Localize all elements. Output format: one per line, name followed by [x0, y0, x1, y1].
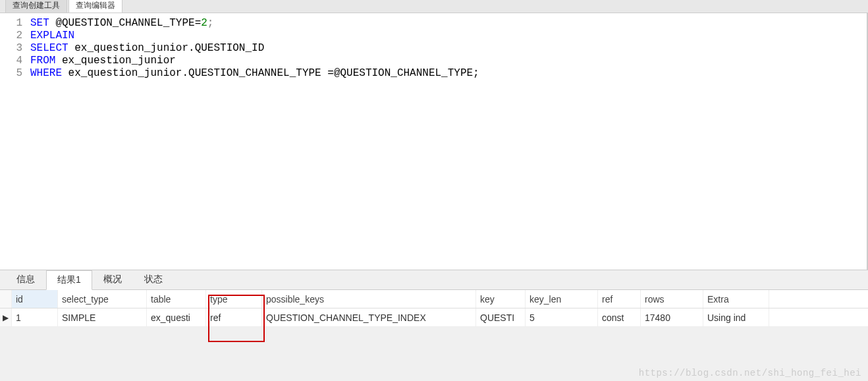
- code-content[interactable]: WHERE ex_question_junior.QUESTION_CHANNE…: [30, 67, 479, 80]
- tab-result1[interactable]: 结果1: [46, 270, 92, 290]
- watermark-text: https://blog.csdn.net/shi_hong_fei_hei: [639, 368, 861, 378]
- cell-type[interactable]: ref: [206, 308, 262, 326]
- result-tabs: 信息 结果1 概况 状态: [0, 270, 868, 290]
- code-line[interactable]: 1SET @QUESTION_CHANNEL_TYPE=2;: [0, 17, 867, 30]
- col-header-key-len[interactable]: key_len: [526, 290, 598, 308]
- code-line[interactable]: 4FROM ex_question_junior: [0, 55, 867, 67]
- code-content[interactable]: EXPLAIN: [30, 30, 74, 42]
- tab-info[interactable]: 信息: [5, 270, 46, 289]
- current-row-indicator-icon: ▶: [0, 308, 12, 326]
- col-header-table[interactable]: table: [147, 290, 206, 308]
- code-content[interactable]: SET @QUESTION_CHANNEL_TYPE=2;: [30, 17, 213, 30]
- cell-table[interactable]: ex_questi: [147, 308, 206, 326]
- code-content[interactable]: SELECT ex_question_junior.QUESTION_ID: [30, 42, 264, 55]
- cell-key-len[interactable]: 5: [526, 308, 598, 326]
- result-grid: id select_type table type possible_keys …: [0, 290, 868, 327]
- line-number: 3: [0, 42, 30, 55]
- cell-id[interactable]: 1: [12, 308, 58, 326]
- sql-editor[interactable]: 1SET @QUESTION_CHANNEL_TYPE=2;2EXPLAIN3S…: [0, 13, 868, 270]
- row-indicator-header: [0, 290, 12, 308]
- tab-profile[interactable]: 概况: [92, 270, 133, 289]
- col-header-select-type[interactable]: select_type: [58, 290, 147, 308]
- line-number: 5: [0, 67, 30, 80]
- col-header-key[interactable]: key: [476, 290, 526, 308]
- cell-ref[interactable]: const: [598, 308, 641, 326]
- cell-possible-keys[interactable]: QUESTION_CHANNEL_TYPE_INDEX: [262, 308, 476, 326]
- cell-extra[interactable]: Using ind: [703, 308, 769, 326]
- code-line[interactable]: 3SELECT ex_question_junior.QUESTION_ID: [0, 42, 867, 55]
- col-header-ref[interactable]: ref: [598, 290, 641, 308]
- cell-key[interactable]: QUESTI: [476, 308, 526, 326]
- top-tabs: 查询创建工具 查询编辑器: [0, 0, 868, 13]
- col-header-type[interactable]: type: [206, 290, 262, 308]
- tab-query-editor[interactable]: 查询编辑器: [68, 0, 122, 13]
- col-header-rows[interactable]: rows: [641, 290, 703, 308]
- code-line[interactable]: 5WHERE ex_question_junior.QUESTION_CHANN…: [0, 67, 867, 80]
- line-number: 1: [0, 17, 30, 30]
- line-number: 2: [0, 30, 30, 42]
- tab-query-builder[interactable]: 查询创建工具: [5, 0, 67, 13]
- cell-rows[interactable]: 17480: [641, 308, 703, 326]
- col-header-possible-keys[interactable]: possible_keys: [262, 290, 476, 308]
- table-row[interactable]: ▶ 1 SIMPLE ex_questi ref QUESTION_CHANNE…: [0, 308, 868, 327]
- grid-header-row: id select_type table type possible_keys …: [0, 290, 868, 308]
- col-header-id[interactable]: id: [12, 290, 58, 308]
- line-number: 4: [0, 55, 30, 67]
- col-header-extra[interactable]: Extra: [703, 290, 769, 308]
- cell-select-type[interactable]: SIMPLE: [58, 308, 147, 326]
- tab-status[interactable]: 状态: [133, 270, 174, 289]
- code-content[interactable]: FROM ex_question_junior: [30, 55, 176, 67]
- code-line[interactable]: 2EXPLAIN: [0, 30, 867, 42]
